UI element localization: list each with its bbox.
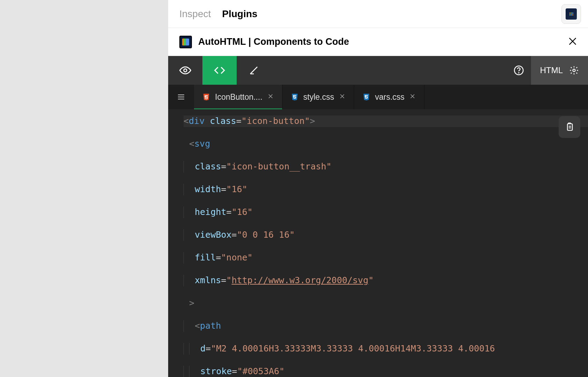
close-icon — [339, 93, 345, 99]
code-button[interactable] — [202, 56, 237, 85]
edit-button[interactable] — [237, 56, 271, 85]
code-editor[interactable]: <div class="icon-button"> <svg class="ic… — [168, 109, 588, 377]
eye-icon — [179, 64, 191, 76]
hamburger-icon — [177, 93, 185, 101]
file-tab-close[interactable] — [409, 93, 416, 101]
file-tab-1[interactable]: style.css — [282, 85, 354, 109]
close-icon — [568, 36, 578, 46]
plugin-title: AutoHTML | Components to Code — [198, 36, 349, 47]
toolbar: HTML — [168, 56, 588, 85]
file-tab-0[interactable]: IconButton.... — [194, 85, 282, 109]
svg-point-3 — [573, 69, 575, 72]
file-menu-button[interactable] — [168, 85, 194, 109]
edit-icon — [249, 65, 259, 76]
file-tab-label: vars.css — [375, 92, 404, 102]
file-tab-2[interactable]: vars.css — [354, 85, 424, 109]
help-button[interactable] — [507, 56, 531, 85]
plugin-launcher-icon — [566, 8, 577, 20]
code-icon — [213, 64, 226, 77]
code-content: <div class="icon-button"> <svg class="ic… — [168, 109, 588, 377]
canvas-panel — [0, 0, 168, 377]
file-tabs: IconButton....style.cssvars.css — [168, 85, 588, 109]
tab-inspect[interactable]: Inspect — [179, 8, 211, 20]
tab-plugins[interactable]: Plugins — [222, 8, 257, 20]
html5-icon — [202, 93, 210, 101]
preview-button[interactable] — [168, 56, 202, 85]
plugin-header: AutoHTML | Components to Code — [168, 28, 588, 56]
language-selector-label: HTML — [540, 65, 563, 75]
close-icon — [267, 93, 274, 99]
css3-icon — [363, 93, 370, 101]
copy-button[interactable] — [559, 116, 580, 138]
help-icon — [514, 65, 524, 76]
file-tab-close[interactable] — [339, 93, 345, 101]
clipboard-icon — [565, 122, 574, 132]
svg-rect-4 — [567, 124, 572, 131]
svg-point-0 — [184, 69, 187, 72]
plugin-logo-icon — [179, 36, 192, 48]
svg-point-2 — [518, 72, 519, 73]
top-tabs: Inspect Plugins — [168, 0, 588, 28]
plugin-launcher-button[interactable] — [561, 4, 581, 24]
language-selector[interactable]: HTML — [531, 56, 588, 85]
inspector-panel: Inspect Plugins AutoHTML | Components to… — [168, 0, 588, 377]
gear-icon — [569, 65, 579, 75]
close-button[interactable] — [568, 36, 578, 48]
file-tab-close[interactable] — [267, 93, 274, 101]
file-tab-label: IconButton.... — [215, 92, 263, 102]
close-icon — [409, 93, 416, 99]
css3-icon — [291, 93, 299, 101]
file-tab-label: style.css — [303, 92, 334, 102]
